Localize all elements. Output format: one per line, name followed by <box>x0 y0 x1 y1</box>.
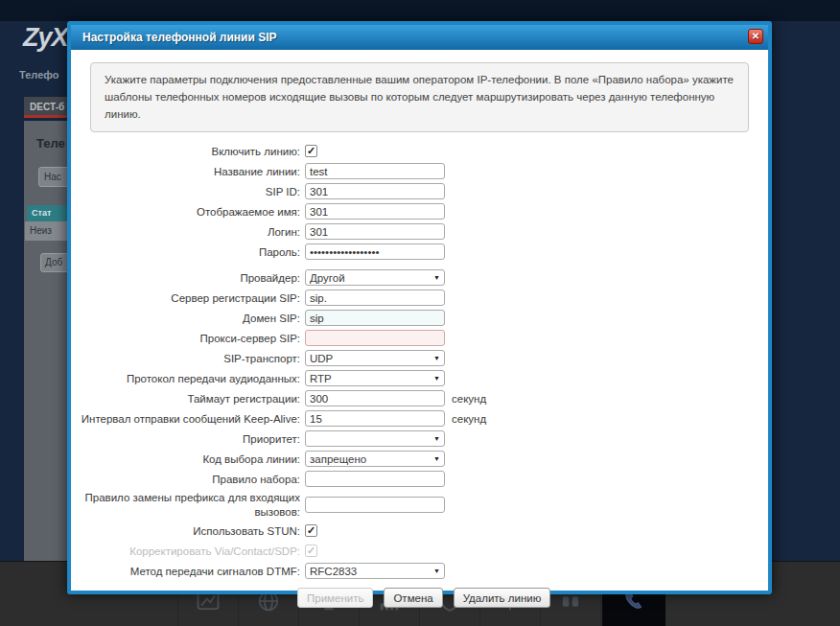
row-password: Пароль: <box>71 243 768 260</box>
dialog-info-text: Укажите параметры подключения предоставл… <box>90 62 749 132</box>
keepalive-input[interactable] <box>305 410 445 427</box>
background-panel: Теле Нас Стат Неиз Доб <box>24 121 67 578</box>
line-name-input[interactable] <box>305 163 445 179</box>
prefix-rule-input[interactable] <box>305 497 445 513</box>
row-login: Логин: <box>71 223 768 240</box>
row-keepalive: Интервал отправки сообщений Keep-Alive: … <box>71 410 768 427</box>
row-provider: Провайдер: Другой ▼ <box>71 269 768 286</box>
provider-value: Другой <box>310 272 345 284</box>
row-prefix-rule: Правило замены префикса для входящих выз… <box>71 491 768 519</box>
enable-line-checkbox[interactable]: ✓ <box>305 145 317 157</box>
sip-proxy-input[interactable] <box>305 330 445 346</box>
row-line-code: Код выбора линии: запрещено ▼ <box>71 451 768 467</box>
reg-timeout-units: секунд <box>452 393 486 405</box>
row-reg-timeout: Таймаут регистрации: секунд <box>71 390 768 406</box>
reg-server-input[interactable] <box>305 290 445 306</box>
line-code-label: Код выбора линии: <box>71 452 305 466</box>
dropdown-arrow-icon: ▼ <box>433 274 440 281</box>
reg-timeout-label: Таймаут регистрации: <box>71 392 305 406</box>
row-stun: Использовать STUN: ✓ <box>71 522 768 539</box>
line-code-value: запрещено <box>310 453 366 465</box>
prefix-rule-label: Правило замены префикса для входящих выз… <box>71 491 305 519</box>
row-priority: Приоритет: ▼ <box>71 430 768 447</box>
line-code-select[interactable]: запрещено ▼ <box>305 451 445 467</box>
transport-value: UDP <box>310 353 333 364</box>
dropdown-arrow-icon: ▼ <box>433 455 440 462</box>
check-icon: ✓ <box>307 525 315 536</box>
dtmf-value: RFC2833 <box>310 566 357 577</box>
settings-button[interactable]: Нас <box>38 167 67 187</box>
row-reg-server: Сервер регистрации SIP: <box>71 290 768 306</box>
enable-line-label: Включить линию: <box>71 145 305 158</box>
sip-id-label: SIP ID: <box>71 185 305 198</box>
sip-id-input[interactable] <box>305 183 445 199</box>
delete-line-button[interactable]: Удалить линию <box>454 588 551 608</box>
check-icon: ✓ <box>307 146 315 156</box>
row-dial-rule: Правило набора: <box>71 471 768 487</box>
stun-label: Использовать STUN: <box>71 524 305 538</box>
dialog-button-row: Применить Отмена Удалить линию <box>297 588 768 608</box>
keepalive-units: секунд <box>452 413 486 425</box>
provider-label: Провайдер: <box>71 271 305 285</box>
sip-domain-label: Домен SIP: <box>71 312 305 325</box>
breadcrumb-telephony: Телефо <box>19 69 58 81</box>
audio-proto-label: Протокол передачи аудиоданных: <box>71 372 305 385</box>
dial-rule-input[interactable] <box>305 471 445 487</box>
audio-proto-value: RTP <box>310 373 332 384</box>
row-audio-proto: Протокол передачи аудиоданных: RTP ▼ <box>71 370 768 386</box>
dialog-title: Настройка телефонной линии SIP <box>82 31 277 44</box>
page-top-band <box>0 0 840 21</box>
transport-select[interactable]: UDP ▼ <box>305 350 445 366</box>
dropdown-arrow-icon: ▼ <box>433 435 440 442</box>
display-name-input[interactable] <box>305 203 445 220</box>
zyxel-logo: ZyX <box>23 23 68 53</box>
priority-label: Приоритет: <box>71 432 305 446</box>
priority-select[interactable]: ▼ <box>305 430 445 447</box>
keepalive-label: Интервал отправки сообщений Keep-Alive: <box>71 412 305 426</box>
row-dtmf: Метод передачи сигналов DTMF: RFC2833 ▼ <box>71 563 768 579</box>
close-icon[interactable]: ✕ <box>748 29 763 44</box>
display-name-label: Отображаемое имя: <box>71 205 305 219</box>
audio-proto-select[interactable]: RTP ▼ <box>305 370 445 386</box>
password-input[interactable] <box>305 243 445 260</box>
dtmf-label: Метод передачи сигналов DTMF: <box>71 565 305 578</box>
sip-proxy-label: Прокси-сервер SIP: <box>71 332 305 345</box>
sip-domain-input[interactable] <box>305 310 445 326</box>
reg-server-label: Сервер регистрации SIP: <box>71 291 305 305</box>
row-enable-line: Включить линию: ✓ <box>71 143 768 159</box>
login-input[interactable] <box>305 223 445 240</box>
panel-heading: Теле <box>36 136 65 151</box>
login-label: Логин: <box>71 225 305 239</box>
row-display-name: Отображаемое имя: <box>71 203 768 220</box>
line-name-label: Название линии: <box>71 165 305 178</box>
status-cell: Неиз <box>25 221 67 241</box>
row-transport: SIP-транспорт: UDP ▼ <box>71 350 768 366</box>
via-contact-checkbox-disabled: ✓ <box>305 545 317 557</box>
apply-button[interactable]: Применить <box>297 588 373 608</box>
password-label: Пароль: <box>71 245 305 259</box>
dropdown-arrow-icon: ▼ <box>433 568 440 574</box>
dtmf-select[interactable]: RFC2833 ▼ <box>305 563 445 579</box>
sip-line-form: Включить линию: ✓ Название линии: SIP ID… <box>71 143 768 608</box>
row-sip-id: SIP ID: <box>71 183 768 199</box>
status-column-header: Стат <box>27 205 67 221</box>
add-button[interactable]: Доб <box>40 253 67 272</box>
tab-dect-base[interactable]: DECT-б <box>24 97 67 118</box>
provider-select[interactable]: Другой ▼ <box>305 269 445 286</box>
reg-timeout-input[interactable] <box>305 390 445 406</box>
cancel-button[interactable]: Отмена <box>384 588 442 608</box>
stun-checkbox[interactable]: ✓ <box>305 524 317 537</box>
row-sip-proxy: Прокси-сервер SIP: <box>71 330 768 346</box>
dropdown-arrow-icon: ▼ <box>433 355 440 361</box>
dialog-title-bar: Настройка телефонной линии SIP ✕ <box>71 25 768 50</box>
dropdown-arrow-icon: ▼ <box>433 375 440 382</box>
sip-line-dialog: Настройка телефонной линии SIP ✕ Укажите… <box>67 21 772 594</box>
dial-rule-label: Правило набора: <box>71 473 305 486</box>
transport-label: SIP-транспорт: <box>71 352 305 365</box>
row-sip-domain: Домен SIP: <box>71 310 768 326</box>
row-line-name: Название линии: <box>71 163 768 179</box>
via-contact-label: Корректировать Via/Contact/SDP: <box>71 545 305 558</box>
row-via-contact: Корректировать Via/Contact/SDP: ✓ <box>71 543 768 559</box>
check-icon: ✓ <box>307 545 315 556</box>
